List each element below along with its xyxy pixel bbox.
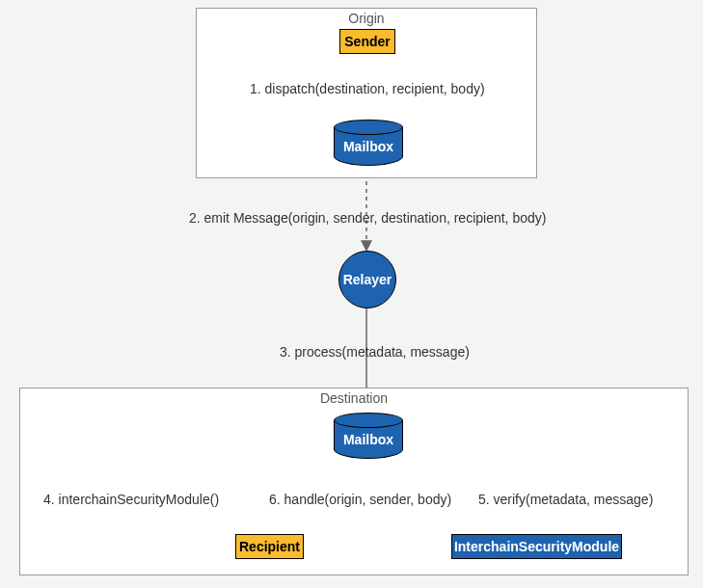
node-ism-label: InterchainSecurityModule bbox=[454, 539, 619, 554]
node-recipient-label: Recipient bbox=[239, 539, 300, 554]
edge-4-label: 4. interchainSecurityModule() bbox=[41, 492, 222, 507]
node-recipient: Recipient bbox=[235, 534, 304, 559]
node-ism: InterchainSecurityModule bbox=[451, 534, 622, 559]
node-sender: Sender bbox=[339, 29, 395, 54]
node-mailbox-destination-label: Mailbox bbox=[334, 420, 403, 459]
edge-5-label: 5. verify(metadata, message) bbox=[475, 492, 656, 507]
node-relayer: Relayer bbox=[338, 251, 396, 308]
group-origin-title: Origin bbox=[197, 11, 536, 26]
group-destination-title: Destination bbox=[20, 390, 688, 406]
edge-2-label: 2. emit Message(origin, sender, destinat… bbox=[186, 210, 549, 226]
edge-3-label: 3. process(metadata, message) bbox=[277, 344, 473, 360]
node-relayer-label: Relayer bbox=[343, 272, 392, 287]
node-mailbox-origin: Mailbox bbox=[334, 127, 403, 166]
node-mailbox-origin-label: Mailbox bbox=[334, 127, 403, 166]
node-mailbox-destination: Mailbox bbox=[334, 420, 403, 459]
edge-6-label: 6. handle(origin, sender, body) bbox=[266, 492, 454, 507]
diagram-canvas: Origin Sender 1. dispatch(destination, r… bbox=[0, 0, 703, 588]
edge-1-label: 1. dispatch(destination, recipient, body… bbox=[247, 81, 488, 96]
node-sender-label: Sender bbox=[344, 34, 390, 49]
